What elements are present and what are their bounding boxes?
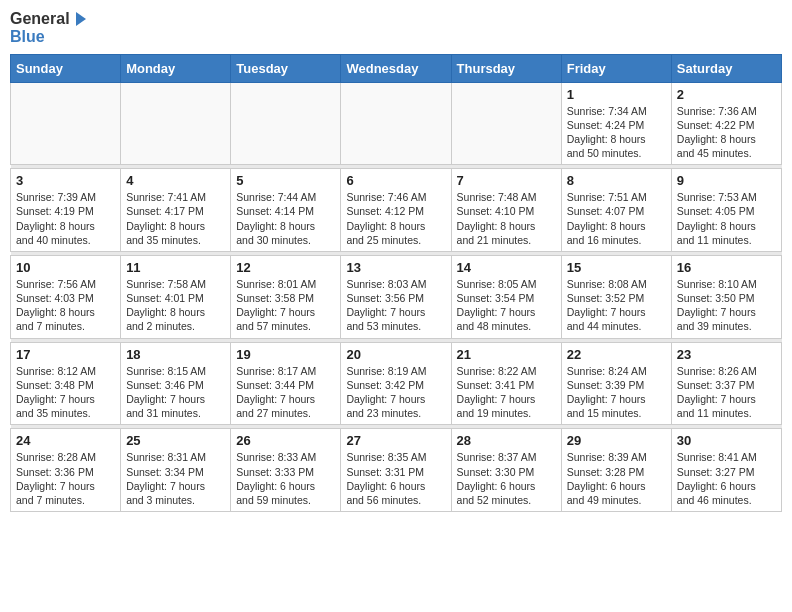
svg-marker-0 xyxy=(76,12,86,26)
day-info: Sunrise: 7:56 AM Sunset: 4:03 PM Dayligh… xyxy=(16,277,115,334)
day-cell: 15Sunrise: 8:08 AM Sunset: 3:52 PM Dayli… xyxy=(561,255,671,338)
day-info: Sunrise: 7:44 AM Sunset: 4:14 PM Dayligh… xyxy=(236,190,335,247)
day-number: 20 xyxy=(346,347,445,362)
day-cell: 29Sunrise: 8:39 AM Sunset: 3:28 PM Dayli… xyxy=(561,429,671,512)
day-cell: 21Sunrise: 8:22 AM Sunset: 3:41 PM Dayli… xyxy=(451,342,561,425)
day-number: 19 xyxy=(236,347,335,362)
day-number: 15 xyxy=(567,260,666,275)
day-info: Sunrise: 8:24 AM Sunset: 3:39 PM Dayligh… xyxy=(567,364,666,421)
day-number: 4 xyxy=(126,173,225,188)
day-info: Sunrise: 8:28 AM Sunset: 3:36 PM Dayligh… xyxy=(16,450,115,507)
day-number: 10 xyxy=(16,260,115,275)
day-cell: 23Sunrise: 8:26 AM Sunset: 3:37 PM Dayli… xyxy=(671,342,781,425)
logo-text-block: General Blue xyxy=(10,10,90,46)
day-cell xyxy=(451,82,561,165)
day-info: Sunrise: 7:53 AM Sunset: 4:05 PM Dayligh… xyxy=(677,190,776,247)
weekday-wednesday: Wednesday xyxy=(341,54,451,82)
day-number: 9 xyxy=(677,173,776,188)
weekday-friday: Friday xyxy=(561,54,671,82)
day-cell: 16Sunrise: 8:10 AM Sunset: 3:50 PM Dayli… xyxy=(671,255,781,338)
day-number: 6 xyxy=(346,173,445,188)
day-number: 11 xyxy=(126,260,225,275)
day-cell: 11Sunrise: 7:58 AM Sunset: 4:01 PM Dayli… xyxy=(121,255,231,338)
day-cell: 22Sunrise: 8:24 AM Sunset: 3:39 PM Dayli… xyxy=(561,342,671,425)
day-info: Sunrise: 7:51 AM Sunset: 4:07 PM Dayligh… xyxy=(567,190,666,247)
day-info: Sunrise: 8:31 AM Sunset: 3:34 PM Dayligh… xyxy=(126,450,225,507)
weekday-monday: Monday xyxy=(121,54,231,82)
page-header: General Blue xyxy=(10,10,782,46)
day-number: 26 xyxy=(236,433,335,448)
day-info: Sunrise: 8:17 AM Sunset: 3:44 PM Dayligh… xyxy=(236,364,335,421)
day-info: Sunrise: 7:39 AM Sunset: 4:19 PM Dayligh… xyxy=(16,190,115,247)
logo-blue: Blue xyxy=(10,28,90,46)
day-info: Sunrise: 7:36 AM Sunset: 4:22 PM Dayligh… xyxy=(677,104,776,161)
day-number: 12 xyxy=(236,260,335,275)
day-info: Sunrise: 8:41 AM Sunset: 3:27 PM Dayligh… xyxy=(677,450,776,507)
day-info: Sunrise: 7:41 AM Sunset: 4:17 PM Dayligh… xyxy=(126,190,225,247)
day-number: 23 xyxy=(677,347,776,362)
day-cell: 25Sunrise: 8:31 AM Sunset: 3:34 PM Dayli… xyxy=(121,429,231,512)
day-info: Sunrise: 7:48 AM Sunset: 4:10 PM Dayligh… xyxy=(457,190,556,247)
day-cell: 7Sunrise: 7:48 AM Sunset: 4:10 PM Daylig… xyxy=(451,169,561,252)
day-cell xyxy=(231,82,341,165)
logo: General Blue xyxy=(10,10,90,46)
day-cell: 1Sunrise: 7:34 AM Sunset: 4:24 PM Daylig… xyxy=(561,82,671,165)
day-number: 3 xyxy=(16,173,115,188)
weekday-tuesday: Tuesday xyxy=(231,54,341,82)
week-row-3: 10Sunrise: 7:56 AM Sunset: 4:03 PM Dayli… xyxy=(11,255,782,338)
day-info: Sunrise: 8:22 AM Sunset: 3:41 PM Dayligh… xyxy=(457,364,556,421)
calendar-table: SundayMondayTuesdayWednesdayThursdayFrid… xyxy=(10,54,782,512)
weekday-header-row: SundayMondayTuesdayWednesdayThursdayFrid… xyxy=(11,54,782,82)
day-info: Sunrise: 7:58 AM Sunset: 4:01 PM Dayligh… xyxy=(126,277,225,334)
day-cell xyxy=(11,82,121,165)
day-number: 18 xyxy=(126,347,225,362)
day-cell: 18Sunrise: 8:15 AM Sunset: 3:46 PM Dayli… xyxy=(121,342,231,425)
day-info: Sunrise: 7:46 AM Sunset: 4:12 PM Dayligh… xyxy=(346,190,445,247)
day-number: 25 xyxy=(126,433,225,448)
day-number: 8 xyxy=(567,173,666,188)
day-number: 22 xyxy=(567,347,666,362)
day-cell: 3Sunrise: 7:39 AM Sunset: 4:19 PM Daylig… xyxy=(11,169,121,252)
day-info: Sunrise: 8:33 AM Sunset: 3:33 PM Dayligh… xyxy=(236,450,335,507)
day-info: Sunrise: 8:05 AM Sunset: 3:54 PM Dayligh… xyxy=(457,277,556,334)
day-number: 17 xyxy=(16,347,115,362)
day-number: 24 xyxy=(16,433,115,448)
day-info: Sunrise: 8:19 AM Sunset: 3:42 PM Dayligh… xyxy=(346,364,445,421)
day-info: Sunrise: 8:01 AM Sunset: 3:58 PM Dayligh… xyxy=(236,277,335,334)
day-number: 16 xyxy=(677,260,776,275)
day-cell: 2Sunrise: 7:36 AM Sunset: 4:22 PM Daylig… xyxy=(671,82,781,165)
day-number: 1 xyxy=(567,87,666,102)
day-cell: 24Sunrise: 8:28 AM Sunset: 3:36 PM Dayli… xyxy=(11,429,121,512)
day-number: 28 xyxy=(457,433,556,448)
day-cell: 30Sunrise: 8:41 AM Sunset: 3:27 PM Dayli… xyxy=(671,429,781,512)
day-cell: 14Sunrise: 8:05 AM Sunset: 3:54 PM Dayli… xyxy=(451,255,561,338)
day-info: Sunrise: 8:08 AM Sunset: 3:52 PM Dayligh… xyxy=(567,277,666,334)
day-number: 30 xyxy=(677,433,776,448)
day-cell: 27Sunrise: 8:35 AM Sunset: 3:31 PM Dayli… xyxy=(341,429,451,512)
day-cell: 19Sunrise: 8:17 AM Sunset: 3:44 PM Dayli… xyxy=(231,342,341,425)
day-cell: 5Sunrise: 7:44 AM Sunset: 4:14 PM Daylig… xyxy=(231,169,341,252)
day-cell: 10Sunrise: 7:56 AM Sunset: 4:03 PM Dayli… xyxy=(11,255,121,338)
day-cell: 9Sunrise: 7:53 AM Sunset: 4:05 PM Daylig… xyxy=(671,169,781,252)
day-number: 2 xyxy=(677,87,776,102)
day-cell: 28Sunrise: 8:37 AM Sunset: 3:30 PM Dayli… xyxy=(451,429,561,512)
day-info: Sunrise: 8:39 AM Sunset: 3:28 PM Dayligh… xyxy=(567,450,666,507)
day-cell: 20Sunrise: 8:19 AM Sunset: 3:42 PM Dayli… xyxy=(341,342,451,425)
week-row-5: 24Sunrise: 8:28 AM Sunset: 3:36 PM Dayli… xyxy=(11,429,782,512)
weekday-saturday: Saturday xyxy=(671,54,781,82)
day-cell: 13Sunrise: 8:03 AM Sunset: 3:56 PM Dayli… xyxy=(341,255,451,338)
day-cell xyxy=(121,82,231,165)
day-info: Sunrise: 8:12 AM Sunset: 3:48 PM Dayligh… xyxy=(16,364,115,421)
day-cell: 12Sunrise: 8:01 AM Sunset: 3:58 PM Dayli… xyxy=(231,255,341,338)
day-number: 29 xyxy=(567,433,666,448)
day-number: 7 xyxy=(457,173,556,188)
day-info: Sunrise: 8:37 AM Sunset: 3:30 PM Dayligh… xyxy=(457,450,556,507)
day-info: Sunrise: 7:34 AM Sunset: 4:24 PM Dayligh… xyxy=(567,104,666,161)
weekday-thursday: Thursday xyxy=(451,54,561,82)
day-cell: 8Sunrise: 7:51 AM Sunset: 4:07 PM Daylig… xyxy=(561,169,671,252)
day-cell: 17Sunrise: 8:12 AM Sunset: 3:48 PM Dayli… xyxy=(11,342,121,425)
day-cell xyxy=(341,82,451,165)
day-info: Sunrise: 8:15 AM Sunset: 3:46 PM Dayligh… xyxy=(126,364,225,421)
day-number: 14 xyxy=(457,260,556,275)
day-number: 5 xyxy=(236,173,335,188)
